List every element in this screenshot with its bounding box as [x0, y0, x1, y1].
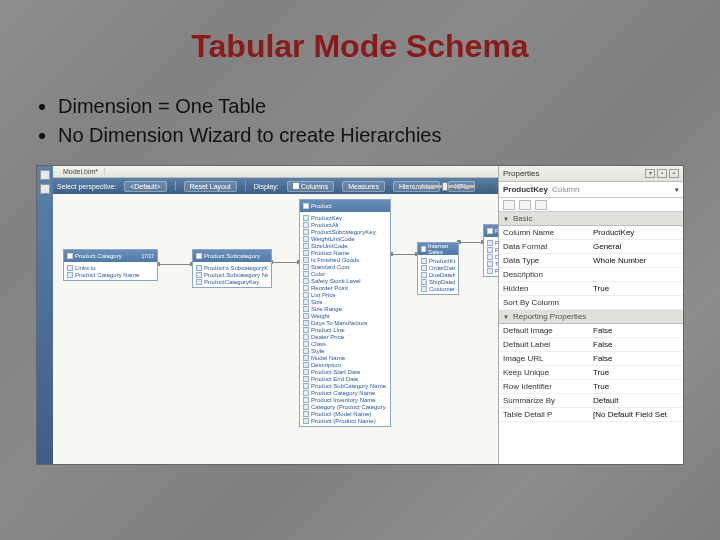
dropdown-icon[interactable]: ▾ [645, 169, 655, 178]
bullet-item: No Dimension Wizard to create Hierarchie… [58, 124, 684, 147]
column-item[interactable]: Category (Product Category Name) [303, 403, 387, 410]
categorize-icon[interactable] [503, 200, 515, 210]
property-row[interactable]: Column NameProductKey [499, 226, 683, 240]
properties-title: Properties [503, 169, 539, 178]
property-row[interactable]: Row IdentifierTrue [499, 380, 683, 394]
table-icon [487, 228, 493, 234]
perspective-dropdown[interactable]: <Default> [124, 181, 166, 192]
collapse-icon[interactable]: ▼ [503, 216, 509, 222]
property-row[interactable]: Summarize ByDefault [499, 394, 683, 408]
diagram-canvas[interactable]: Product Category17/17 Links to Product C… [53, 194, 498, 464]
table-product-category[interactable]: Product Category17/17 Links to Product C… [63, 249, 158, 281]
display-label: Display: [254, 183, 279, 190]
property-row[interactable]: Data TypeWhole Number [499, 254, 683, 268]
column-item[interactable]: SizeUnitCode [303, 242, 387, 249]
property-row[interactable]: Description [499, 268, 683, 282]
sort-icon[interactable] [519, 200, 531, 210]
column-item[interactable]: ProductSubcategoryKey [303, 228, 387, 235]
column-item[interactable]: Is Finished Goods [303, 256, 387, 263]
property-row[interactable]: Image URLFalse [499, 352, 683, 366]
column-item[interactable]: Product (Model Name) [303, 410, 387, 417]
table-internet-sales[interactable]: Internet Sales ProductKey OrderDateKey D… [417, 242, 459, 295]
column-item[interactable]: ProductAlt [303, 221, 387, 228]
server-explorer-icon[interactable] [40, 170, 50, 180]
chevron-down-icon[interactable]: ▾ [675, 186, 679, 194]
column-item[interactable]: Weight [303, 312, 387, 319]
column-item[interactable]: Product Name [303, 249, 387, 256]
zoom-value: 65 [485, 183, 493, 190]
column-item[interactable]: Size [303, 298, 387, 305]
column-item[interactable]: Safety Stock Level [303, 277, 387, 284]
property-row[interactable]: Data FormatGeneral [499, 240, 683, 254]
column-item[interactable]: Product Start Date [303, 368, 387, 375]
table-icon [67, 253, 73, 259]
perspective-label: Select perspective: [57, 183, 116, 190]
property-row[interactable]: Default ImageFalse [499, 324, 683, 338]
column-item[interactable]: Standard Cost [303, 263, 387, 270]
property-row[interactable]: HiddenTrue [499, 282, 683, 296]
column-item[interactable]: Days To Manufacture [303, 319, 387, 326]
properties-panel: Properties ▾ ▪ × ProductKey Column ▾ ▼Ba… [498, 166, 683, 464]
property-row[interactable]: Keep UniqueTrue [499, 366, 683, 380]
slide-title: Tabular Mode Schema [36, 28, 684, 65]
designer-app: Model.bim* Select perspective: <Default>… [36, 165, 684, 465]
column-item[interactable]: Product (Product Name) [303, 417, 387, 424]
property-object-selector[interactable]: ProductKey Column ▾ [499, 182, 683, 198]
zoom-slider[interactable]: − + 65 [413, 180, 493, 192]
table-icon [303, 203, 309, 209]
column-item[interactable]: WeightUnitCode [303, 235, 387, 242]
table-product-subcategory[interactable]: Product Subcategory Product's Subcategor… [192, 249, 272, 288]
zoom-plus-icon[interactable]: + [478, 183, 482, 190]
columns-toggle[interactable]: Columns [287, 181, 335, 192]
property-row[interactable]: Sort By Column [499, 296, 683, 310]
column-item[interactable]: Product SubCategory Name [303, 382, 387, 389]
property-row[interactable]: Default LabelFalse [499, 338, 683, 352]
section-basic[interactable]: ▼Basic [499, 212, 683, 226]
bullet-item: Dimension = One Table [58, 95, 684, 118]
table-product[interactable]: Product ProductKeyProductAltProductSubca… [299, 199, 391, 427]
bullet-list: Dimension = One Table No Dimension Wizar… [58, 95, 684, 147]
reset-layout-button[interactable]: Reset Layout [184, 181, 237, 192]
column-item[interactable]: ProductKey [303, 214, 387, 221]
zoom-minus-icon[interactable]: − [413, 183, 417, 190]
column-item[interactable]: Style [303, 347, 387, 354]
column-item[interactable]: Dealer Price [303, 333, 387, 340]
property-toolbar [499, 198, 683, 212]
column-item[interactable]: Class [303, 340, 387, 347]
table-promotion[interactable]: Promotion PromotionKey Promotion Name Di… [483, 224, 498, 277]
column-item[interactable]: Reorder Point [303, 284, 387, 291]
column-item[interactable]: Description [303, 361, 387, 368]
tab-model[interactable]: Model.bim* [57, 168, 105, 175]
column-item[interactable]: List Price [303, 291, 387, 298]
toolbox-icon[interactable] [40, 184, 50, 194]
section-reporting[interactable]: ▼Reporting Properties [499, 310, 683, 324]
table-icon [196, 253, 202, 259]
column-item[interactable]: Product Inventory Name [303, 396, 387, 403]
table-icon [421, 246, 426, 252]
column-item[interactable]: Color [303, 270, 387, 277]
pages-icon[interactable] [535, 200, 547, 210]
pin-icon[interactable]: ▪ [657, 169, 667, 178]
column-item[interactable]: Product Line [303, 326, 387, 333]
left-rail[interactable] [37, 166, 53, 464]
measures-toggle[interactable]: Measures [342, 181, 385, 192]
column-item[interactable]: Product Category Name [303, 389, 387, 396]
property-row[interactable]: Table Detail P[No Default Field Set [499, 408, 683, 422]
collapse-icon[interactable]: ▼ [503, 314, 509, 320]
column-item[interactable]: Model Name [303, 354, 387, 361]
close-icon[interactable]: × [669, 169, 679, 178]
column-item[interactable]: Size Range [303, 305, 387, 312]
column-item[interactable]: Product End Date [303, 375, 387, 382]
